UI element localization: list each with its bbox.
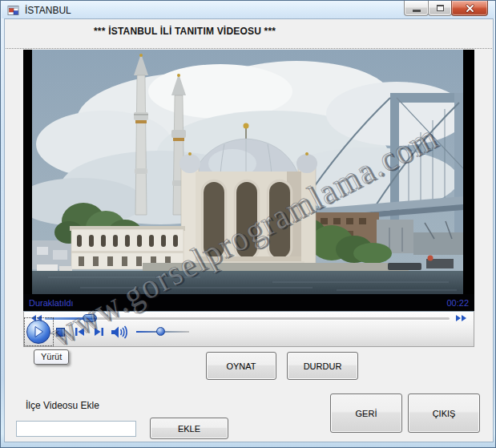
next-button[interactable]	[94, 327, 104, 337]
window-controls	[405, 1, 488, 16]
maximize-button[interactable]	[428, 1, 452, 16]
play-button[interactable]	[26, 320, 50, 344]
close-icon	[465, 3, 475, 14]
geri-button[interactable]: GERİ	[330, 394, 402, 433]
video-surface[interactable]	[23, 50, 474, 294]
previous-button[interactable]	[75, 327, 85, 337]
page-title: *** İSTANBUL İLİ TANITIM VİDEOSU ***	[94, 26, 276, 37]
media-player: Duraklatıldı 00:22 www.gorselprogramlama…	[23, 50, 474, 347]
window-title: İSTANBUL	[25, 5, 71, 16]
play-icon	[33, 325, 44, 338]
ilce-videosu-ekle-label: İlçe Videosu Ekle	[26, 400, 99, 411]
close-button[interactable]	[451, 1, 488, 16]
player-control-bar	[23, 311, 474, 347]
fast-forward-icon[interactable]	[455, 314, 467, 322]
mute-button[interactable]	[111, 325, 128, 339]
seek-thumb[interactable]	[83, 314, 97, 322]
minimize-button[interactable]	[404, 1, 429, 16]
app-window: İSTANBUL *** İSTANBUL İLİ TANITIM VİDEOS…	[0, 0, 496, 448]
stop-button[interactable]	[56, 328, 65, 337]
winforms-app-icon	[7, 4, 20, 17]
playback-status: Duraklatıldı	[29, 298, 74, 308]
ilce-video-input[interactable]	[16, 421, 136, 437]
play-tooltip: Yürüt	[34, 349, 69, 365]
form-client-area: *** İSTANBUL İLİ TANITIM VİDEOSU ***	[4, 18, 494, 442]
durdur-button[interactable]: DURDUR	[287, 352, 358, 380]
video-frame-image	[32, 50, 463, 294]
oynat-button[interactable]: OYNAT	[206, 352, 276, 380]
cikis-button[interactable]: ÇIKIŞ	[408, 394, 480, 433]
volume-slider[interactable]	[136, 331, 189, 333]
maximize-icon	[437, 5, 444, 11]
volume-thumb[interactable]	[156, 327, 165, 336]
seek-slider[interactable]	[45, 317, 450, 320]
minimize-icon	[413, 10, 421, 12]
player-top-divider	[6, 48, 492, 49]
playback-time: 00:22	[446, 298, 469, 308]
player-status-bar: Duraklatıldı 00:22	[23, 294, 474, 311]
ekle-button[interactable]: EKLE	[150, 418, 228, 439]
